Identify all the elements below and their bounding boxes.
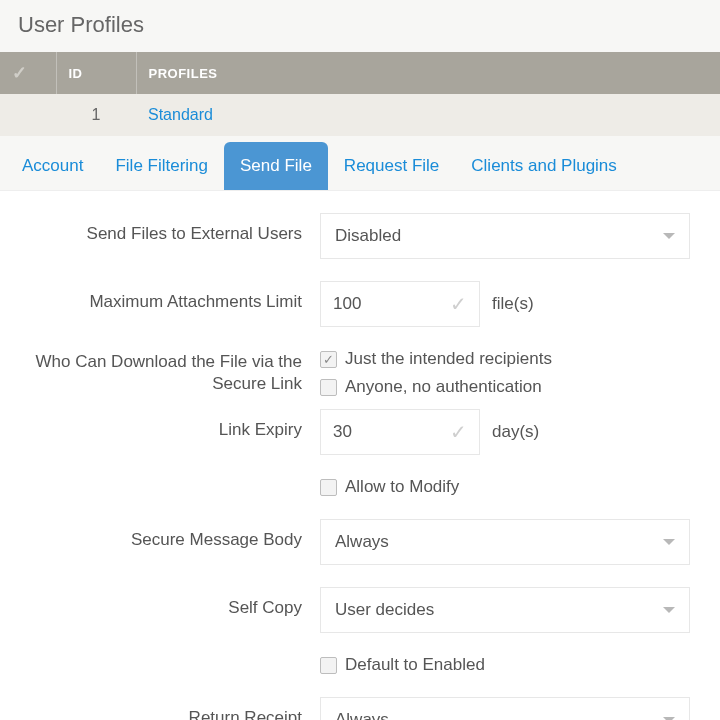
max-attachments-field[interactable]: [333, 294, 403, 314]
input-max-attachments[interactable]: ✓: [320, 281, 480, 327]
chevron-down-icon: [663, 607, 675, 613]
option-label: Just the intended recipients: [345, 349, 552, 369]
option-label: Anyone, no authentication: [345, 377, 542, 397]
label-secure-body: Secure Message Body: [20, 519, 320, 551]
input-link-expiry[interactable]: ✓: [320, 409, 480, 455]
tabs: Account File Filtering Send File Request…: [0, 142, 720, 191]
select-self-copy[interactable]: User decides: [320, 587, 690, 633]
suffix-files: file(s): [492, 294, 534, 314]
select-secure-body[interactable]: Always: [320, 519, 690, 565]
select-value: User decides: [335, 600, 434, 620]
row-select-cell[interactable]: [0, 94, 56, 136]
column-header-select[interactable]: ✓: [0, 52, 56, 94]
check-icon: ✓: [450, 292, 467, 316]
checkbox-icon[interactable]: [320, 657, 337, 674]
label-who-download: Who Can Download the File via the Secure…: [20, 349, 320, 395]
profile-link[interactable]: Standard: [148, 106, 213, 123]
label-link-expiry: Link Expiry: [20, 409, 320, 441]
select-send-external[interactable]: Disabled: [320, 213, 690, 259]
suffix-days: day(s): [492, 422, 539, 442]
label-send-external: Send Files to External Users: [20, 213, 320, 245]
chevron-down-icon: [663, 233, 675, 239]
send-file-form: Send Files to External Users Disabled Ma…: [0, 191, 720, 720]
label-max-attachments: Maximum Attachments Limit: [20, 281, 320, 313]
checkbox-icon[interactable]: [320, 479, 337, 496]
select-value: Disabled: [335, 226, 401, 246]
select-value: Always: [335, 532, 389, 552]
option-default-enabled[interactable]: Default to Enabled: [320, 655, 485, 675]
row-id-cell: 1: [56, 94, 136, 136]
select-value: Always: [335, 710, 389, 720]
label-return-receipt: Return Receipt: [20, 697, 320, 720]
column-header-id[interactable]: ID: [56, 52, 136, 94]
check-icon: ✓: [12, 63, 28, 83]
link-expiry-field[interactable]: [333, 422, 403, 442]
checkbox-icon[interactable]: [320, 379, 337, 396]
page-title: User Profiles: [0, 0, 720, 52]
label-self-copy: Self Copy: [20, 587, 320, 619]
tab-account[interactable]: Account: [6, 142, 99, 190]
table-row[interactable]: 1 Standard: [0, 94, 720, 136]
chevron-down-icon: [663, 539, 675, 545]
tab-file-filtering[interactable]: File Filtering: [99, 142, 224, 190]
option-allow-modify[interactable]: Allow to Modify: [320, 477, 459, 497]
row-profile-cell: Standard: [136, 94, 720, 136]
tab-clients-plugins[interactable]: Clients and Plugins: [455, 142, 633, 190]
column-header-profiles[interactable]: PROFILES: [136, 52, 720, 94]
option-label: Default to Enabled: [345, 655, 485, 675]
profiles-table: ✓ ID PROFILES 1 Standard: [0, 52, 720, 136]
option-intended-recipients[interactable]: ✓ Just the intended recipients: [320, 349, 552, 369]
checkbox-icon[interactable]: ✓: [320, 351, 337, 368]
option-label: Allow to Modify: [345, 477, 459, 497]
check-icon: ✓: [450, 420, 467, 444]
tab-send-file[interactable]: Send File: [224, 142, 328, 190]
tab-request-file[interactable]: Request File: [328, 142, 455, 190]
select-return-receipt[interactable]: Always: [320, 697, 690, 720]
option-anyone[interactable]: Anyone, no authentication: [320, 377, 542, 397]
